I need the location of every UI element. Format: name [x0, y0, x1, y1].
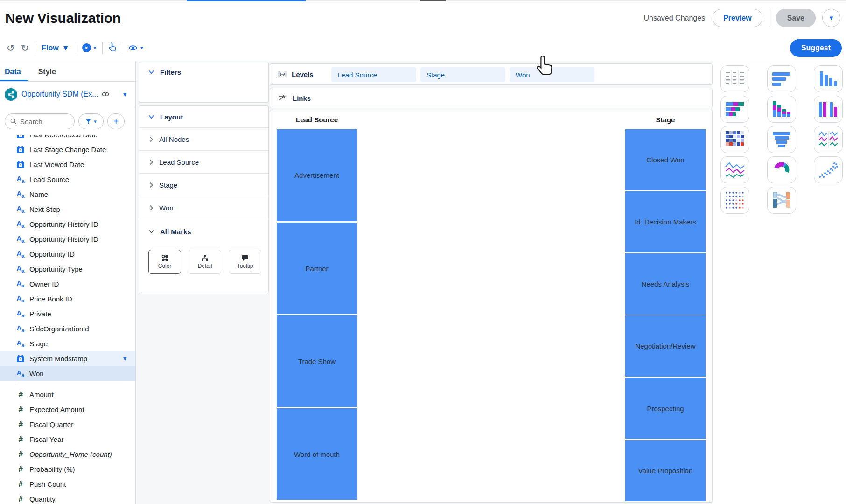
level-chip-won[interactable]: Won [510, 67, 594, 82]
field-row[interactable]: Aa # Opportunity History ID ▼ [0, 231, 135, 246]
chart-tile-horizontal-bar[interactable] [767, 65, 796, 92]
filters-section-header[interactable]: Filters [148, 68, 268, 76]
field-label: Opportunity ID [29, 250, 75, 258]
chart-tile-donut[interactable] [767, 156, 796, 183]
flow-node[interactable]: Closed Won [625, 129, 706, 190]
chart-tile-heatmap[interactable] [720, 126, 749, 153]
add-field-button[interactable]: + [107, 113, 125, 129]
tab-data[interactable]: Data [5, 68, 21, 76]
field-row[interactable]: Aa # Name ▼ [0, 187, 135, 202]
chart-type-dropdown[interactable]: Flow ▼ [42, 44, 69, 52]
hierarchy-icon [201, 255, 209, 261]
flow-node[interactable]: Advertisement [277, 129, 357, 221]
field-label: SfdcOrganizationId [29, 325, 89, 333]
field-row[interactable]: Aa # System Modstamp ▼ [0, 351, 135, 366]
field-row[interactable]: Aa # Opportunity History ID ▼ [0, 217, 135, 231]
field-row[interactable]: Aa # Probability (%) ▼ [0, 462, 135, 476]
filter-fields-button[interactable]: ▾ [78, 113, 104, 129]
links-bar[interactable]: Links [270, 88, 713, 108]
field-row[interactable]: Aa # Last Viewed Date ▼ [0, 157, 135, 172]
field-row[interactable]: Aa # Opportunity Type ▼ [0, 261, 135, 276]
field-row[interactable]: Aa # Private ▼ [0, 306, 135, 321]
field-row[interactable]: Aa # Price Book ID ▼ [0, 291, 135, 306]
level-chip-lead-source[interactable]: Lead Source [331, 67, 416, 82]
field-row[interactable]: Aa # Opportunity_Home (count) ▼ [0, 447, 135, 462]
show-hide-dropdown[interactable]: ▾ [128, 44, 143, 51]
field-row[interactable]: Aa # Owner ID ▼ [0, 276, 135, 291]
field-type-icon: Aa # [16, 205, 25, 214]
flow-node[interactable]: Negotiation/Review [625, 315, 706, 377]
field-type-icon: Aa # [16, 420, 25, 428]
layout-row-won[interactable]: Won [139, 196, 268, 219]
flow-node[interactable]: Id. Decision Makers [625, 191, 706, 252]
interaction-mode-button[interactable] [109, 42, 116, 54]
field-row[interactable]: Aa # Amount ▼ [0, 387, 135, 402]
chevron-down-icon[interactable]: ▼ [122, 355, 128, 362]
color-mark-button[interactable]: Color [148, 250, 181, 274]
chart-tile-stacked-vertical-bar[interactable] [767, 96, 796, 123]
chart-tile-dot-matrix[interactable] [720, 187, 749, 214]
search-input[interactable] [20, 118, 67, 126]
clear-selection-dropdown[interactable]: × ▾ [82, 43, 97, 52]
redo-button[interactable]: ↻ [21, 43, 29, 53]
field-row[interactable]: Aa # ▼ [0, 381, 135, 387]
chart-tile-scatter[interactable] [814, 156, 843, 183]
field-row[interactable]: Aa # SfdcOrganizationId ▼ [0, 321, 135, 336]
link-icon [102, 92, 109, 97]
layout-row-stage[interactable]: Stage [139, 174, 268, 196]
field-type-icon: Aa # [16, 235, 25, 244]
chart-tile-stacked-horizontal-bar[interactable] [720, 96, 749, 123]
chart-tile-grouped-vertical-bar[interactable] [814, 96, 843, 123]
chart-tile-flow-sankey[interactable] [767, 187, 796, 214]
flow-node[interactable]: Trade Show [277, 315, 357, 407]
field-label: Probability (%) [29, 465, 75, 473]
layout-row-label: Won [159, 204, 174, 212]
layout-section-header[interactable]: Layout [139, 106, 268, 128]
field-row[interactable]: Aa # Opportunity ID ▼ [0, 246, 135, 261]
suggest-button[interactable]: Suggest [790, 39, 842, 57]
field-row[interactable]: Aa # Fiscal Year ▼ [0, 432, 135, 447]
field-row[interactable]: Aa # Last Referenced Date ▼ [0, 135, 135, 142]
dataset-menu-caret[interactable]: ▼ [122, 91, 128, 98]
all-marks-section-header[interactable]: All Marks [139, 219, 268, 244]
field-type-icon: Aa # [16, 450, 25, 458]
field-row[interactable]: Aa # Lead Source ▼ [0, 172, 135, 187]
field-row[interactable]: Aa # Won ▼ [0, 366, 135, 381]
level-chip-stage[interactable]: Stage [420, 67, 505, 82]
chart-tile-values-table[interactable] [720, 65, 749, 92]
field-row[interactable]: Aa # Quantity ▼ [0, 491, 135, 504]
field-label: Opportunity History ID [29, 235, 98, 243]
all-marks-label: All Marks [160, 228, 191, 236]
divider [35, 42, 35, 54]
field-label: System Modstamp [29, 355, 87, 363]
flow-node[interactable]: Word of mouth [277, 408, 357, 500]
panel-tabs: Data Style [0, 61, 135, 82]
chart-tile-funnel[interactable] [767, 126, 796, 153]
chart-tile-multi-line-small-multiples[interactable] [814, 126, 843, 153]
field-row[interactable]: Aa # Last Stage Change Date ▼ [0, 142, 135, 157]
flow-node[interactable]: Prospecting [625, 378, 706, 439]
save-menu-button[interactable]: ▼ [822, 9, 840, 27]
dataset-name[interactable]: Opportunity SDM (Ex... [21, 90, 98, 98]
flow-node[interactable]: Needs Analysis [625, 253, 706, 315]
field-row[interactable]: Aa # Stage ▼ [0, 336, 135, 351]
flow-node[interactable]: Partner [277, 223, 357, 314]
field-row[interactable]: Aa # Next Step ▼ [0, 202, 135, 217]
field-row[interactable]: Aa # Expected Amount ▼ [0, 402, 135, 417]
field-row[interactable]: Aa # Push Count ▼ [0, 476, 135, 491]
search-input-wrap [5, 113, 75, 129]
field-row[interactable]: Aa # Fiscal Quarter ▼ [0, 417, 135, 432]
detail-mark-button[interactable]: Detail [189, 250, 221, 274]
undo-button[interactable]: ↺ [7, 43, 15, 53]
chart-tile-line[interactable] [720, 156, 749, 183]
field-label: Last Viewed Date [29, 161, 84, 168]
flow-node[interactable]: Value Proposition [625, 440, 706, 501]
layout-row-lead-source[interactable]: Lead Source [139, 151, 268, 174]
tab-style[interactable]: Style [38, 68, 56, 76]
tooltip-mark-button[interactable]: Tooltip [229, 250, 261, 274]
preview-button[interactable]: Preview [713, 9, 762, 27]
save-button[interactable]: Save [776, 9, 816, 27]
layout-row-all-nodes[interactable]: All Nodes [139, 128, 268, 151]
chart-tile-vertical-bar[interactable] [814, 65, 843, 92]
flow-node-label: Closed Won [646, 156, 684, 164]
